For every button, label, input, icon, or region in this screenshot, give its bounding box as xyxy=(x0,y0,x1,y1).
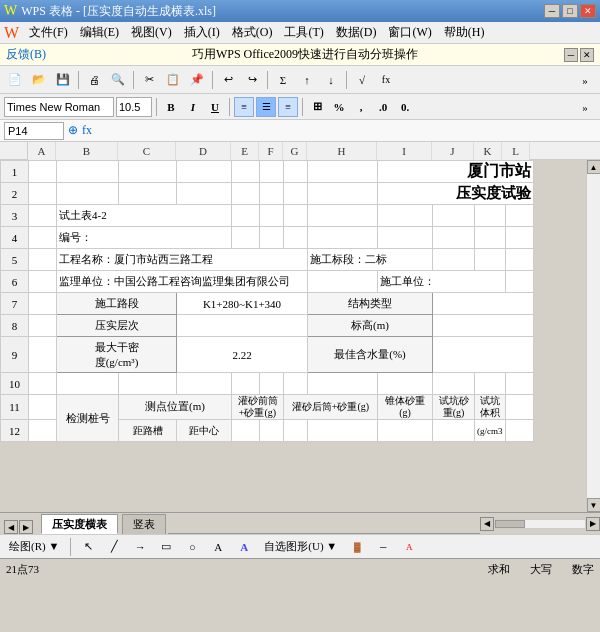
r5-A[interactable] xyxy=(29,249,57,271)
r12-F[interactable] xyxy=(260,420,284,442)
hscroll-right[interactable]: ▶ xyxy=(586,517,600,531)
r5-K[interactable] xyxy=(475,249,506,271)
notif-close[interactable]: ✕ xyxy=(580,48,594,62)
sort-asc-button[interactable]: ↑ xyxy=(296,69,318,91)
r12-C[interactable]: 距路槽 xyxy=(119,420,177,442)
r12-E[interactable] xyxy=(232,420,260,442)
r4-B[interactable]: 编号： xyxy=(57,227,232,249)
r11-C[interactable]: 测点位置(m) xyxy=(119,395,232,420)
rect-tool[interactable]: ▭ xyxy=(155,536,177,558)
r2-I[interactable]: 压实度试验 xyxy=(378,183,534,205)
r2-A[interactable] xyxy=(29,183,57,205)
sheet-tab-vertical[interactable]: 竖表 xyxy=(122,514,166,534)
auto-shapes-menu[interactable]: 自选图形(U) ▼ xyxy=(259,536,342,557)
r3-K[interactable] xyxy=(475,205,506,227)
cut-button[interactable]: ✂ xyxy=(138,69,160,91)
r3-J[interactable] xyxy=(433,205,475,227)
r10-I[interactable] xyxy=(378,373,433,395)
font-color-button[interactable]: A xyxy=(398,536,420,558)
r10-C[interactable] xyxy=(119,373,177,395)
save-button[interactable]: 💾 xyxy=(52,69,74,91)
r4-K[interactable] xyxy=(475,227,506,249)
sum-button[interactable]: Σ xyxy=(272,69,294,91)
r9-I[interactable] xyxy=(433,337,534,373)
thousands-button[interactable]: , xyxy=(351,97,371,117)
line-color-button[interactable]: ─ xyxy=(372,536,394,558)
r1-G[interactable] xyxy=(284,161,308,183)
r12-K[interactable]: (g/cm3 xyxy=(475,420,506,442)
vertical-scrollbar[interactable]: ▲ ▼ xyxy=(586,160,600,512)
r8-I[interactable] xyxy=(433,315,534,337)
maximize-button[interactable]: □ xyxy=(562,4,578,18)
wordart-tool[interactable]: A xyxy=(233,536,255,558)
r6-A[interactable] xyxy=(29,271,57,293)
r3-A[interactable] xyxy=(29,205,57,227)
hscroll-left[interactable]: ◀ xyxy=(480,517,494,531)
italic-button[interactable]: I xyxy=(183,97,203,117)
r5-J[interactable] xyxy=(433,249,475,271)
fill-color-button[interactable]: ▓ xyxy=(346,536,368,558)
r6-H[interactable] xyxy=(308,271,378,293)
r10-E[interactable] xyxy=(232,373,260,395)
r10-K[interactable] xyxy=(475,373,506,395)
r5-B[interactable]: 工程名称：厦门市站西三路工程 xyxy=(57,249,308,271)
r10-H[interactable] xyxy=(308,373,378,395)
r3-L[interactable] xyxy=(505,205,533,227)
redo-button[interactable]: ↪ xyxy=(241,69,263,91)
r4-G[interactable] xyxy=(284,227,308,249)
r4-L[interactable] xyxy=(505,227,533,249)
draw-menu[interactable]: 绘图(R) ▼ xyxy=(4,536,64,557)
align-right-button[interactable]: ≡ xyxy=(278,97,298,117)
cell-reference[interactable] xyxy=(4,122,64,140)
sheet-tab-compaction[interactable]: 压实度横表 xyxy=(41,514,118,534)
oval-tool[interactable]: ○ xyxy=(181,536,203,558)
menu-insert[interactable]: 插入(I) xyxy=(178,22,226,43)
r11-I[interactable]: 锥体砂重(g) xyxy=(378,395,433,420)
tab-prev[interactable]: ◀ xyxy=(4,520,18,534)
minimize-button[interactable]: ─ xyxy=(544,4,560,18)
r10-J[interactable] xyxy=(433,373,475,395)
r9-A[interactable] xyxy=(29,337,57,373)
r2-C[interactable] xyxy=(119,183,177,205)
scroll-up[interactable]: ▲ xyxy=(587,160,601,174)
r4-F[interactable] xyxy=(260,227,284,249)
r2-G[interactable] xyxy=(284,183,308,205)
close-button[interactable]: ✕ xyxy=(580,4,596,18)
menu-view[interactable]: 视图(V) xyxy=(125,22,178,43)
sqrt-button[interactable]: √ xyxy=(351,69,373,91)
r10-F[interactable] xyxy=(260,373,284,395)
r1-B[interactable] xyxy=(57,161,119,183)
r8-H[interactable]: 标高(m) xyxy=(308,315,433,337)
r5-L[interactable] xyxy=(505,249,533,271)
menu-tools[interactable]: 工具(T) xyxy=(278,22,329,43)
r12-G[interactable] xyxy=(284,420,308,442)
formula-input[interactable] xyxy=(96,122,596,140)
r3-B[interactable]: 试土表4-2 xyxy=(57,205,232,227)
scroll-down[interactable]: ▼ xyxy=(587,498,601,512)
font-selector[interactable] xyxy=(4,97,114,117)
r1-A[interactable] xyxy=(29,161,57,183)
r3-G[interactable] xyxy=(284,205,308,227)
r9-H[interactable]: 最佳含水量(%) xyxy=(308,337,433,373)
r12-L[interactable] xyxy=(505,420,533,442)
menu-file[interactable]: 文件(F) xyxy=(23,22,74,43)
r6-L[interactable] xyxy=(505,271,533,293)
r8-D[interactable] xyxy=(177,315,308,337)
menu-edit[interactable]: 编辑(E) xyxy=(74,22,125,43)
r11-B[interactable]: 检测桩号 xyxy=(57,395,119,442)
arrow-tool[interactable]: → xyxy=(129,536,151,558)
open-button[interactable]: 📂 xyxy=(28,69,50,91)
r7-B[interactable]: 施工路段 xyxy=(57,293,177,315)
percent-button[interactable]: % xyxy=(329,97,349,117)
r7-A[interactable] xyxy=(29,293,57,315)
decrease-decimal-button[interactable]: 0. xyxy=(395,97,415,117)
r3-I[interactable] xyxy=(378,205,433,227)
line-tool[interactable]: ╱ xyxy=(103,536,125,558)
r12-A[interactable] xyxy=(29,420,57,442)
menu-window[interactable]: 窗口(W) xyxy=(382,22,437,43)
r2-B[interactable] xyxy=(57,183,119,205)
font-size-selector[interactable] xyxy=(116,97,152,117)
r9-D[interactable]: 2.22 xyxy=(177,337,308,373)
r2-D[interactable] xyxy=(177,183,232,205)
fx-button[interactable]: fx xyxy=(375,69,397,91)
